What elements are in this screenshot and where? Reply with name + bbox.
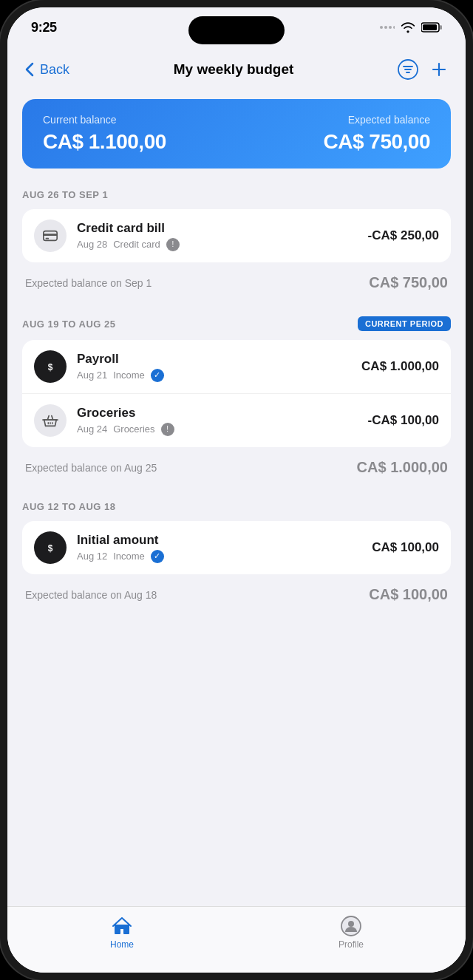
period-label-3: AUG 12 TO AUG 18 [22,501,115,512]
tx-name-1: Credit card bill [77,221,368,236]
tx-name-4: Initial amount [77,533,372,548]
tx-category-4: Income [113,551,145,562]
tx-icon-credit-card [34,220,67,252]
scroll-content: AUG 26 TO SEP 1 Credit card bill A [7,169,466,906]
phone-frame: 9:25 [0,0,473,980]
expected-row-3: Expected balance on Aug 18 CA$ 100,00 [22,577,451,608]
expected-amount-1: CA$ 750,00 [369,274,448,291]
expected-amount-3: CA$ 100,00 [369,586,448,603]
tx-info-2: Payroll Aug 21 Income ✓ [77,352,361,382]
tx-info-4: Initial amount Aug 12 Income ✓ [77,533,372,563]
tab-bar: Home Profile [7,906,466,973]
tx-warning-icon-1: ! [166,238,180,251]
table-row[interactable]: Groceries Aug 24 Groceries ! -CA$ 100,00 [22,394,451,447]
page-title: My weekly budget [174,61,294,78]
add-button[interactable] [430,61,448,78]
tx-date-2: Aug 21 [77,370,107,381]
tx-amount-3: -CA$ 100,00 [368,413,439,428]
svg-rect-6 [423,24,437,30]
transactions-card-3: $ Initial amount Aug 12 Income ✓ CA$ 100… [22,521,451,574]
svg-point-2 [389,26,392,29]
home-icon [111,916,133,936]
tx-category-1: Credit card [113,239,160,250]
dynamic-island [188,16,285,44]
svg-text:$: $ [48,543,53,554]
transactions-card-2: $ Payroll Aug 21 Income ✓ CA$ 1.000,00 [22,340,451,447]
tx-category-2: Income [113,370,145,381]
signal-icon [380,23,395,32]
phone-inner: 9:25 [7,7,466,973]
expected-row-1: Expected balance on Sep 1 CA$ 750,00 [22,265,451,296]
svg-point-24 [348,921,354,927]
current-period-badge: CURRENT PERIOD [358,316,451,331]
svg-rect-15 [46,238,50,239]
tx-meta-2: Aug 21 Income ✓ [77,369,361,382]
svg-point-1 [384,26,387,29]
tab-home[interactable]: Home [92,916,152,950]
table-row[interactable]: $ Initial amount Aug 12 Income ✓ CA$ 100… [22,521,451,574]
table-row[interactable]: $ Payroll Aug 21 Income ✓ CA$ 1.000,00 [22,340,451,394]
expected-balance-label: Expected balance [324,114,430,126]
tx-amount-2: CA$ 1.000,00 [361,359,439,374]
expected-label-1: Expected balance on Sep 1 [25,277,152,289]
dollar-icon-2: $ [42,540,58,556]
add-icon [430,61,448,78]
expected-row-2: Expected balance on Aug 25 CA$ 1.000,00 [22,450,451,480]
expected-balance-section: Expected balance CA$ 750,00 [324,114,430,154]
tx-meta-4: Aug 12 Income ✓ [77,550,372,563]
expected-balance-amount: CA$ 750,00 [324,130,430,154]
tx-icon-dollar-initial: $ [34,531,67,564]
svg-rect-14 [44,234,57,236]
tx-meta-3: Aug 24 Groceries ! [77,423,368,436]
tx-icon-dollar-payroll: $ [34,350,67,383]
period-header-2: AUG 19 TO AUG 25 CURRENT PERIOD [22,316,451,331]
filter-icon [398,59,418,80]
tx-meta-1: Aug 28 Credit card ! [77,238,368,251]
status-icons [380,21,442,33]
profile-icon [341,916,361,936]
current-balance-section: Current balance CA$ 1.100,00 [43,114,166,154]
tab-profile-label: Profile [338,939,364,950]
tab-profile[interactable]: Profile [321,916,381,950]
svg-text:$: $ [48,362,53,372]
tx-date-1: Aug 28 [77,239,107,250]
credit-card-icon [42,228,58,244]
tx-check-icon-2: ✓ [151,369,164,382]
dollar-icon: $ [42,358,58,375]
basket-icon [42,412,58,429]
tab-home-label: Home [110,939,134,950]
period-label-1: AUG 26 TO SEP 1 [22,189,108,200]
svg-point-3 [393,26,395,29]
back-button[interactable]: Back [25,62,69,78]
tx-info-3: Groceries Aug 24 Groceries ! [77,406,368,436]
tx-warning-icon-3: ! [161,423,174,436]
tx-name-2: Payroll [77,352,361,367]
battery-icon [421,22,442,33]
current-balance-label: Current balance [43,114,166,126]
tx-check-icon-4: ✓ [151,550,164,563]
svg-rect-5 [440,25,442,30]
tx-name-3: Groceries [77,406,368,421]
status-time: 9:25 [31,20,57,35]
current-balance-amount: CA$ 1.100,00 [43,130,166,154]
chevron-left-icon [25,62,34,77]
nav-actions [398,59,448,80]
tx-icon-basket [34,404,67,437]
tx-info-1: Credit card bill Aug 28 Credit card ! [77,221,368,251]
period-header-1: AUG 26 TO SEP 1 [22,189,451,200]
expected-label-2: Expected balance on Aug 25 [25,462,157,474]
filter-button[interactable] [398,59,418,80]
expected-label-3: Expected balance on Aug 18 [25,589,157,601]
expected-amount-2: CA$ 1.000,00 [357,459,448,476]
tx-category-3: Groceries [113,423,154,435]
tx-date-4: Aug 12 [77,551,107,562]
svg-point-0 [380,26,383,29]
tx-amount-4: CA$ 100,00 [372,540,439,555]
period-label-2: AUG 19 TO AUG 25 [22,319,115,330]
tx-date-3: Aug 24 [77,423,107,435]
table-row[interactable]: Credit card bill Aug 28 Credit card ! -C… [22,209,451,262]
nav-bar: Back My weekly budget [7,47,466,92]
tx-amount-1: -CA$ 250,00 [368,228,439,243]
transactions-card-1: Credit card bill Aug 28 Credit card ! -C… [22,209,451,262]
wifi-icon [401,21,415,33]
